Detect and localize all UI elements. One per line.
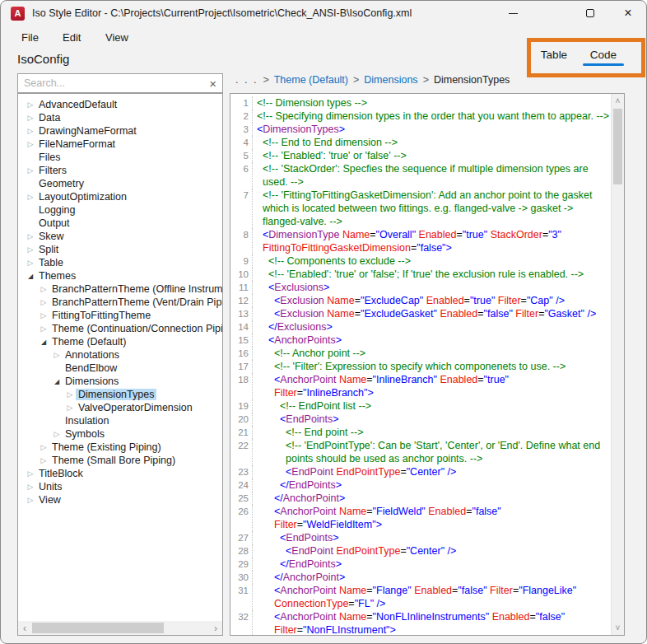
tree-item[interactable]: ▷BranchPatternTheme (Vent/Drain Pipin [18,296,222,309]
tree-item[interactable]: ◢Themes [18,269,222,282]
code-token: "Flange" [373,585,412,596]
tree-item[interactable]: ▷BranchPatternTheme (Offline Instrume [18,282,222,296]
code-token: = [477,308,483,320]
tree-item[interactable]: ▷Theme (Small Bore Piping) [18,454,222,467]
menu-view[interactable]: View [105,31,128,44]
vertical-scrollbar-thumb[interactable] [613,109,622,184]
tree-item[interactable]: ▷ValveOperatorDimension [18,401,222,414]
tree-collapsed-icon[interactable]: ▷ [25,469,36,478]
tree-collapsed-icon[interactable]: ▷ [38,311,49,320]
tab-code[interactable]: Code [584,49,623,61]
tree-horizontal-scrollbar[interactable]: ‹ › [18,621,222,635]
tree-expanded-icon[interactable]: ◢ [38,338,49,346]
tree-collapsed-icon[interactable]: ▷ [38,443,49,451]
tree-collapsed-icon[interactable]: ▷ [25,100,36,109]
code-line: 28<EndPoint EndPointType="Center" /> [230,544,611,558]
tree-expanded-icon[interactable]: ◢ [51,378,63,385]
breadcrumb-ellipsis[interactable]: . . . [235,74,258,86]
code-token: "true" [463,229,487,240]
horizontal-scrollbar-thumb[interactable] [32,623,164,633]
tree-item[interactable]: ▷Data [18,111,222,124]
menu-file[interactable]: File [21,31,39,44]
tree-collapsed-icon[interactable]: ▷ [25,127,36,135]
tree-item[interactable]: ▷Theme (Continuation/Connection Pipi [18,322,222,335]
tree-item[interactable]: ▷Symbols [18,427,222,441]
tree-item[interactable]: Geometry [18,177,222,190]
tree-item[interactable]: Insulation [18,414,222,427]
tree-collapsed-icon[interactable]: ▷ [25,140,36,148]
tree-item[interactable]: ▷AdvancedDefault [18,98,222,111]
scroll-down-icon[interactable]: ˅ [612,622,624,634]
tree-collapsed-icon[interactable]: ▷ [51,430,63,438]
tree-item[interactable]: BendElbow [18,362,222,375]
tree-item[interactable]: ▷DrawingNameFormat [18,124,222,138]
tree-collapsed-icon[interactable]: ▷ [25,496,36,504]
tree-item[interactable]: ▷Skew [18,230,222,243]
breadcrumb-theme-default[interactable]: Theme (Default) [274,74,348,86]
tree-item[interactable]: Output [18,217,222,230]
tree-collapsed-icon[interactable]: ▷ [64,390,76,399]
tree-collapsed-icon[interactable]: ▷ [25,193,36,201]
code-line: 32<AnchorPoint Name="NonFLInlineInstrume… [230,610,611,635]
tree-collapsed-icon[interactable]: ▷ [38,298,49,306]
tree-item[interactable]: ▷DimensionTypes [18,388,222,401]
tree-item[interactable]: ▷View [18,493,222,506]
code-token: <!-- 'StackOrder': Specfies the sequence… [263,163,591,188]
code-text: <!-- 'StackOrder': Specfies the sequence… [253,162,611,189]
tree-collapsed-icon[interactable]: ▷ [25,166,36,175]
close-button[interactable]: × [614,3,642,23]
tree-collapsed-icon[interactable]: ▷ [64,404,76,412]
minimize-button[interactable] [499,3,527,23]
tree-item[interactable]: ▷LayoutOptimization [18,190,222,203]
scroll-left-icon[interactable]: ‹ [18,621,31,635]
tree-collapsed-icon[interactable]: ▷ [51,351,63,359]
menu-edit[interactable]: Edit [63,31,81,44]
search-input[interactable] [18,74,201,92]
code-token: EndPointType [337,466,401,478]
code-token: "3" [548,229,561,240]
tree-item[interactable]: Files [18,151,222,164]
tree-item[interactable]: ▷Filters [18,164,222,177]
code-token: = [348,598,354,609]
tree-item[interactable]: ▷Table [18,256,222,269]
code-text: <Exclusions> [253,281,611,294]
tree-item[interactable]: ▷Units [18,480,222,493]
tree-collapsed-icon[interactable]: ▷ [25,114,36,122]
code-token: Filter [515,308,538,320]
code-token: Filter [274,387,297,399]
tree-collapsed-icon[interactable]: ▷ [38,324,49,333]
code-line: 22<!-- 'EndPointType': Can be 'Start', '… [230,439,611,465]
clear-search-icon[interactable]: × [209,75,216,92]
tree-item[interactable]: ▷FittingToFittingTheme [18,309,222,322]
scroll-right-icon[interactable]: › [209,621,222,635]
tree-collapsed-icon[interactable]: ▷ [25,232,36,240]
scroll-up-icon[interactable]: ˄ [612,95,624,107]
tree-item[interactable]: ▷Split [18,243,222,256]
tree-item[interactable]: ▷FileNameFormat [18,138,222,151]
tree-collapsed-icon[interactable]: ▷ [25,483,36,491]
tree-item[interactable]: ◢Theme (Default) [18,335,222,348]
maximize-button[interactable] [576,3,604,23]
tree-item[interactable]: ◢Dimensions [18,375,222,388]
tree-collapsed-icon[interactable]: ▷ [25,259,36,267]
line-number: 25 [230,492,253,505]
tree-item-label: BranchPatternTheme (Offline Instrume [49,283,222,295]
tree-item[interactable]: ▷Theme (Existing Piping) [18,441,222,454]
tree-collapsed-icon[interactable]: ▷ [38,285,49,293]
tree-item[interactable]: ▷Annotations [18,348,222,362]
breadcrumb-dimensions[interactable]: Dimensions [364,74,417,86]
tree-expanded-icon[interactable]: ◢ [25,273,36,280]
tree-item-label: Geometry [36,178,86,189]
code-token: > [327,321,333,333]
tree-collapsed-icon[interactable]: ▷ [38,456,49,464]
code-token: Exclusions [274,282,324,293]
tab-table[interactable]: Table [534,49,574,61]
app-window: A Iso Style Editor - C:\Projects\Current… [0,0,647,644]
code-vertical-scrollbar[interactable]: ˄ ˅ [611,94,624,635]
tree-collapsed-icon[interactable]: ▷ [25,245,36,254]
code-editor-panel[interactable]: 1<!-- Dimension types -->2<!-- Specifyin… [230,93,625,636]
code-text: <EndPoints> [253,413,611,426]
tree-item[interactable]: ▷TitleBlock [18,467,222,480]
code-token: "FL" [355,598,374,609]
tree-item[interactable]: Logging [18,203,222,217]
